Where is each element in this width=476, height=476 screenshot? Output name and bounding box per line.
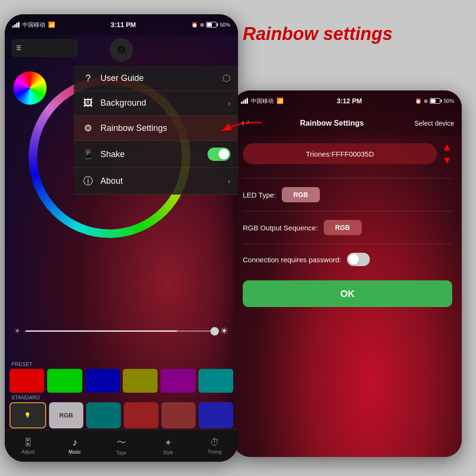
tape-icon: 〜 [117, 436, 126, 449]
settings-content: LED Type: RGB RGB Output Sequence: RGB C… [233, 170, 462, 457]
carrier-name: 中国移动 [22, 21, 45, 29]
rgb-output-label: RGB Output Sequence: [243, 224, 318, 232]
brightness-track[interactable] [25, 330, 215, 332]
music-label: Music [69, 449, 81, 455]
brightness-slider[interactable]: ☀ ☀ [14, 324, 228, 338]
right-battery-percent: 50% [444, 98, 454, 104]
standard-section: STANDARD 💡 RGB [5, 395, 238, 428]
preset-section: PRESET [5, 361, 238, 393]
right-battery-icon [430, 98, 442, 104]
nav-tape[interactable]: 〜 Tape [98, 436, 145, 456]
dropdown-menu: ? User Guide ⬡ 🖼 Background › ⚙ Rainbow … [74, 66, 238, 195]
preset-blue[interactable] [85, 369, 120, 393]
left-carrier-info: 中国移动 📶 [12, 21, 55, 29]
brightness-fill [25, 330, 177, 332]
chevron-right-icon-3: › [228, 177, 230, 186]
timing-label: Timing [208, 449, 222, 455]
color-wheel[interactable] [13, 71, 47, 105]
device-name-button[interactable]: Triones:FFFF00035D [243, 143, 437, 164]
right-header: ↩ Rainbow Settings Select device [233, 111, 462, 135]
right-status-bar: 中国移动 📶 3:12 PM ⏰ ⊕ 50% [233, 90, 462, 111]
annotation-arrow [219, 118, 267, 140]
brightness-thumb[interactable] [210, 327, 219, 336]
standard-red2[interactable] [161, 402, 196, 428]
bottom-nav: 🎛 Adjust ♪ Music 〜 Tape ✦ Style ⏱ Timing [5, 429, 238, 462]
brightness-low-icon: ☀ [14, 327, 20, 335]
divider-2 [243, 211, 452, 211]
right-carrier: 中国移动 [251, 97, 274, 105]
preset-green[interactable] [47, 369, 82, 393]
menu-item-background[interactable]: 🖼 Background › [74, 91, 238, 116]
adjust-label: Adjust [21, 449, 35, 455]
nav-music[interactable]: ♪ Music [51, 437, 98, 455]
rgb-output-value: RGB [335, 224, 350, 231]
rgb-output-button[interactable]: RGB [324, 220, 362, 235]
preset-teal[interactable] [198, 369, 233, 393]
left-phone: 中国移动 📶 3:11 PM ⏰ ⊕ 50% ☰ ⚙ ? User Guid [5, 14, 238, 462]
standard-blue2[interactable] [198, 402, 233, 428]
shake-icon: 📱 [81, 149, 95, 160]
r-signal-bar-3 [245, 99, 246, 104]
ok-label: OK [340, 288, 355, 299]
signal-bar-3 [16, 23, 18, 28]
led-type-button[interactable]: RGB [282, 187, 320, 202]
standard-teal[interactable] [86, 402, 121, 428]
standard-red1[interactable] [124, 402, 159, 428]
led-type-value: RGB [293, 191, 308, 198]
preset-yellow[interactable] [123, 369, 158, 393]
r-signal-bar-1 [241, 102, 242, 104]
bulb-icon: 💡 [24, 412, 31, 418]
chevron-right-icon: › [228, 99, 230, 108]
preset-red[interactable] [10, 369, 44, 393]
divider-1 [243, 178, 452, 178]
style-label: Style [163, 450, 173, 455]
share-icon: ⬡ [222, 72, 230, 84]
right-wifi-icon: 📶 [277, 98, 284, 104]
shake-toggle[interactable] [208, 148, 230, 161]
background-label: Background [100, 98, 222, 108]
nav-adjust[interactable]: 🎛 Adjust [5, 437, 51, 455]
nav-timing[interactable]: ⏱ Timing [191, 437, 238, 455]
standard-bulb[interactable]: 💡 [10, 402, 46, 428]
page-title: Rainbow settings [243, 24, 393, 44]
rgb-label: RGB [60, 412, 73, 419]
gear-button[interactable]: ⚙ [109, 38, 133, 62]
menu-item-rainbow-settings[interactable]: ⚙ Rainbow Settings › [74, 116, 238, 141]
hamburger-menu[interactable]: ☰ [11, 39, 78, 57]
lock-icon: ⊕ [200, 22, 204, 28]
ok-button[interactable]: OK [243, 280, 452, 307]
right-signal-bars-icon [241, 98, 248, 104]
select-device-button[interactable]: Select device [415, 119, 454, 127]
signal-bars-icon [12, 22, 20, 28]
right-alarm-icon: ⏰ [415, 98, 422, 104]
right-status-right: ⏰ ⊕ 50% [415, 98, 454, 104]
battery-icon [206, 22, 218, 28]
standard-rgb[interactable]: RGB [49, 402, 84, 428]
toggle-knob [218, 149, 229, 159]
preset-label: PRESET [10, 361, 233, 367]
led-type-label: LED Type: [243, 191, 276, 199]
left-status-bar: 中国移动 📶 3:11 PM ⏰ ⊕ 50% [5, 14, 238, 35]
arrow-down-icon: ▼ [442, 154, 452, 167]
rainbow-settings-label: Rainbow Settings [100, 123, 222, 133]
about-label: About [100, 176, 222, 186]
timing-icon: ⏱ [210, 437, 219, 448]
menu-item-user-guide[interactable]: ? User Guide ⬡ [74, 66, 238, 91]
preset-purple[interactable] [160, 369, 195, 393]
device-name: Triones:FFFF00035D [306, 150, 374, 158]
device-height-arrow: ▲ ▼ [442, 141, 452, 167]
hamburger-icon: ☰ [16, 45, 21, 51]
user-guide-label: User Guide [100, 73, 217, 83]
tape-label: Tape [116, 450, 127, 456]
menu-item-about[interactable]: ⓘ About › [74, 168, 238, 195]
nav-style[interactable]: ✦ Style [145, 437, 191, 455]
right-carrier-info: 中国移动 📶 [241, 97, 284, 105]
menu-item-shake[interactable]: 📱 Shake [74, 141, 238, 168]
left-time: 3:11 PM [111, 21, 136, 29]
signal-bar-2 [14, 24, 16, 28]
password-toggle[interactable] [347, 253, 370, 266]
password-toggle-knob [348, 254, 359, 265]
r-signal-bar-4 [247, 98, 248, 104]
password-row: Connection requires password: [243, 253, 452, 266]
battery-percent: 50% [220, 22, 230, 28]
